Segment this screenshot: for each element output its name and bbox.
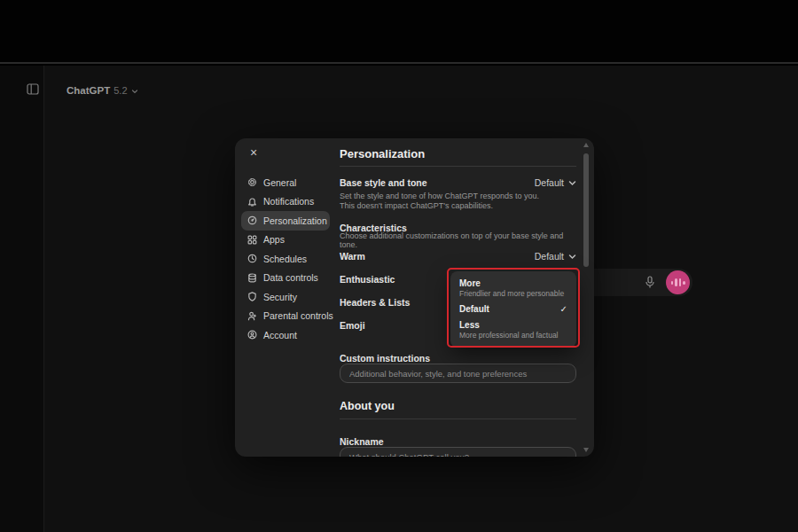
nav-item-account[interactable]: Account: [241, 325, 330, 345]
top-black-band: [0, 0, 798, 64]
headers-lists-label: Headers & Lists: [340, 297, 410, 308]
warm-row: Warm Default: [340, 251, 576, 262]
waveform-icon: [671, 278, 685, 286]
model-version: 5.2: [113, 85, 127, 96]
warm-label: Warm: [340, 251, 365, 262]
divider: [340, 166, 576, 167]
person-circle-icon: [247, 330, 257, 340]
menu-item-less[interactable]: Less More professional and factual: [450, 317, 576, 343]
model-switcher[interactable]: ChatGPT 5.2: [66, 82, 138, 98]
nav-item-security[interactable]: Security: [241, 287, 330, 307]
microphone-icon[interactable]: [645, 276, 655, 289]
settings-nav: General Notifications Personalization Ap…: [241, 173, 330, 345]
base-style-dropdown[interactable]: Default: [535, 177, 576, 188]
grid-icon: [247, 235, 257, 245]
sidebar-toggle-icon: [27, 82, 39, 98]
custom-instructions-input[interactable]: [340, 364, 576, 383]
scroll-up-icon[interactable]: [583, 143, 589, 147]
dial-icon: [247, 215, 257, 225]
gear-icon: [247, 177, 257, 187]
menu-item-default[interactable]: Default ✓: [450, 301, 576, 317]
bell-icon: [247, 197, 257, 207]
collapsed-sidebar-rail: [0, 66, 44, 532]
nav-item-data-controls[interactable]: Data controls: [241, 269, 330, 288]
check-icon: ✓: [560, 304, 567, 314]
chevron-down-icon: [131, 82, 138, 98]
base-style-label: Base style and tone: [340, 177, 427, 188]
screen: ChatGPT 5.2 × General: [0, 0, 798, 532]
page-title: Personalization: [340, 147, 425, 160]
shield-icon: [247, 292, 257, 301]
voice-mode-button[interactable]: [666, 270, 690, 294]
clock-icon: [247, 254, 257, 263]
about-you-title: About you: [340, 400, 395, 412]
nav-item-general[interactable]: General: [241, 173, 330, 192]
scroll-down-icon[interactable]: [583, 448, 589, 452]
model-name: ChatGPT: [66, 85, 110, 96]
base-style-row: Base style and tone Default: [340, 177, 576, 188]
base-style-description: Set the style and tone of how ChatGPT re…: [340, 192, 551, 211]
nav-item-personalization[interactable]: Personalization: [241, 211, 330, 231]
divider: [340, 419, 576, 419]
warm-dropdown[interactable]: Default: [535, 251, 576, 262]
dialog-scrollbar[interactable]: [583, 143, 590, 452]
database-icon: [247, 273, 257, 283]
nickname-input[interactable]: [340, 447, 576, 457]
sidebar-toggle-button[interactable]: [27, 82, 39, 94]
chevron-down-icon: [568, 253, 576, 261]
nav-item-parental-controls[interactable]: Parental controls: [241, 307, 330, 326]
menu-item-more[interactable]: More Friendlier and more personable: [450, 276, 576, 301]
nav-item-notifications[interactable]: Notifications: [241, 192, 330, 212]
nav-item-schedules[interactable]: Schedules: [241, 249, 330, 269]
enthusiastic-dropdown-menu: More Friendlier and more personable Defa…: [450, 271, 576, 348]
scrollbar-thumb[interactable]: [583, 153, 589, 267]
person-icon: [247, 311, 257, 321]
nav-item-apps[interactable]: Apps: [241, 231, 330, 250]
enthusiastic-label: Enthusiastic: [340, 274, 395, 285]
characteristics-description: Choose additional customizations on top …: [340, 231, 570, 249]
emoji-label: Emoji: [340, 320, 365, 331]
chevron-down-icon: [568, 179, 576, 187]
close-icon[interactable]: ×: [246, 145, 261, 160]
